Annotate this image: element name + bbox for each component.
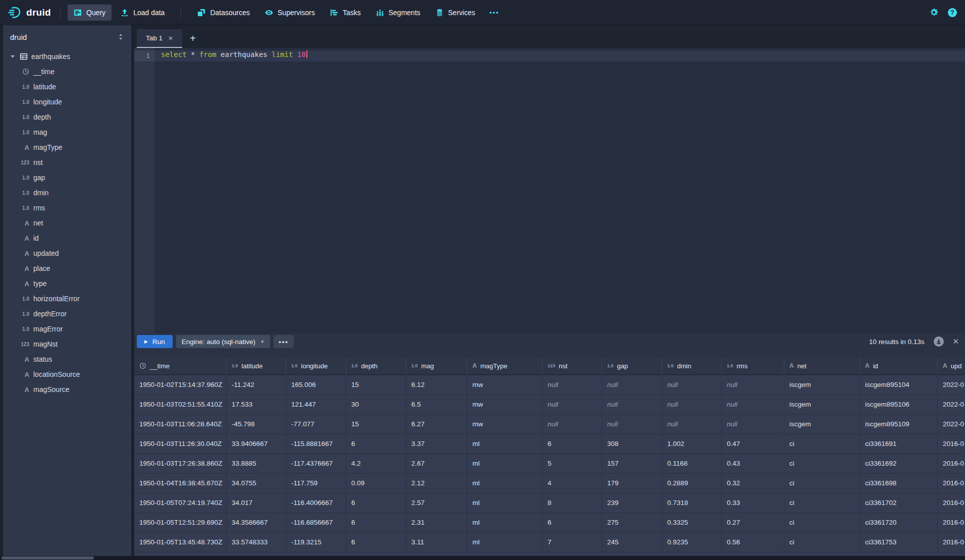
table-cell[interactable]: ml <box>467 513 543 532</box>
table-cell[interactable]: -77.077 <box>286 415 346 434</box>
table-cell[interactable]: ml <box>467 434 543 454</box>
table-cell[interactable]: iscgem895106 <box>860 395 938 414</box>
table-cell[interactable]: ci3361691 <box>860 434 938 454</box>
table-cell[interactable]: null <box>722 375 784 395</box>
table-cell[interactable]: 34.0755 <box>227 474 286 493</box>
tree-column-rms[interactable]: 1.0rms <box>3 200 131 215</box>
tree-column-magSource[interactable]: AmagSource <box>3 382 131 397</box>
table-cell[interactable]: 2016-0 <box>938 513 965 532</box>
tree-column-depth[interactable]: 1.0depth <box>3 109 131 125</box>
help-icon[interactable]: ? <box>948 8 957 17</box>
double-caret-vertical-icon[interactable] <box>117 33 124 40</box>
table-cell[interactable]: 2016-0 <box>938 474 965 493</box>
table-cell[interactable]: 4.2 <box>346 454 406 473</box>
nav-item-tasks[interactable]: Tasks <box>324 5 367 21</box>
tree-column-status[interactable]: Astatus <box>3 352 131 367</box>
nav-item-more[interactable]: ••• <box>484 5 504 21</box>
table-cell[interactable]: null <box>662 415 722 434</box>
table-cell[interactable]: ci3361698 <box>860 474 938 493</box>
table-cell[interactable]: 34.3586667 <box>227 513 286 532</box>
engine-select[interactable]: Engine: auto (sql-native) ▼ <box>176 335 270 348</box>
table-cell[interactable]: ci <box>784 513 860 532</box>
table-cell[interactable]: 308 <box>602 434 662 454</box>
table-cell[interactable]: null <box>602 375 662 395</box>
table-cell[interactable]: null <box>602 415 662 434</box>
nav-item-datasources[interactable]: Datasources <box>191 5 256 21</box>
tree-column-nst[interactable]: 123nst <box>3 155 131 170</box>
table-cell[interactable]: null <box>722 395 784 414</box>
column-header-latitude[interactable]: 1.0latitude <box>227 357 286 374</box>
table-cell[interactable]: 3.37 <box>406 434 467 454</box>
table-cell[interactable]: 2.67 <box>406 454 467 473</box>
tree-column-locationSource[interactable]: AlocationSource <box>3 367 131 382</box>
table-cell[interactable]: 8 <box>543 493 602 513</box>
tree-column-magNst[interactable]: 123magNst <box>3 337 131 352</box>
table-cell[interactable]: -117.759 <box>286 474 346 493</box>
tree-column-net[interactable]: Anet <box>3 215 131 231</box>
tree-column-__time[interactable]: __time <box>3 64 131 79</box>
column-header-longitude[interactable]: 1.0longitude <box>286 357 346 374</box>
add-tab-button[interactable]: + <box>182 29 203 48</box>
table-cell[interactable]: null <box>543 375 602 395</box>
table-cell[interactable]: 15 <box>346 415 406 434</box>
table-cell[interactable]: ci3361720 <box>860 513 938 532</box>
gear-icon[interactable] <box>929 8 939 17</box>
table-cell[interactable]: mw <box>467 415 543 434</box>
table-cell[interactable]: 2022-0 <box>938 395 965 414</box>
tree-column-magError[interactable]: 1.0magError <box>3 321 131 337</box>
tab-1[interactable]: Tab 1 ✕ <box>137 29 182 48</box>
brand[interactable]: druid <box>8 6 51 19</box>
table-cell[interactable]: 179 <box>602 474 662 493</box>
nav-item-query[interactable]: Query <box>68 5 112 21</box>
table-cell[interactable]: 30 <box>346 395 406 414</box>
table-cell[interactable]: 6 <box>543 434 602 454</box>
table-cell[interactable]: ml <box>467 533 543 552</box>
table-cell[interactable]: ci3361753 <box>860 533 938 552</box>
table-cell[interactable]: 1950-01-05T12:51:29.690Z <box>134 513 227 532</box>
nav-item-services[interactable]: Services <box>430 5 481 21</box>
column-header-net[interactable]: Anet <box>784 357 860 374</box>
more-options-button[interactable]: ••• <box>274 335 294 348</box>
table-cell[interactable]: 6 <box>346 434 406 454</box>
table-cell[interactable]: -119.3215 <box>286 533 346 552</box>
table-cell[interactable]: 1950-01-02T15:14:37.960Z <box>134 375 227 395</box>
table-cell[interactable]: 33.5748333 <box>227 533 286 552</box>
table-cell[interactable]: 1950-01-03T11:06:28.640Z <box>134 415 227 434</box>
close-icon[interactable]: ✕ <box>168 35 173 42</box>
column-header-nst[interactable]: 123nst <box>543 357 602 374</box>
tree-column-horizontalError[interactable]: 1.0horizontalError <box>3 291 131 306</box>
table-cell[interactable]: -116.6856667 <box>286 513 346 532</box>
table-cell[interactable]: 2.31 <box>406 513 467 532</box>
tree-column-mag[interactable]: 1.0mag <box>3 125 131 140</box>
table-cell[interactable]: iscgem <box>784 415 860 434</box>
table-cell[interactable]: -117.4376667 <box>286 454 346 473</box>
column-header-upd[interactable]: Aupd <box>938 357 965 374</box>
table-cell[interactable]: 5 <box>543 454 602 473</box>
table-cell[interactable]: 1.002 <box>662 434 722 454</box>
table-cell[interactable]: 0.32 <box>722 474 784 493</box>
table-cell[interactable]: 34.017 <box>227 493 286 513</box>
column-header-dmin[interactable]: 1.0dmin <box>662 357 722 374</box>
table-cell[interactable]: 2022-0 <box>938 375 965 395</box>
nav-item-load-data[interactable]: Load data <box>115 5 171 21</box>
run-button[interactable]: ▶ Run <box>137 335 173 348</box>
table-cell[interactable]: ml <box>467 493 543 513</box>
table-cell[interactable]: 165.006 <box>286 375 346 395</box>
table-cell[interactable]: 4 <box>543 474 602 493</box>
table-cell[interactable]: 1950-01-03T11:26:30.040Z <box>134 434 227 454</box>
table-cell[interactable]: -45.798 <box>227 415 286 434</box>
nav-item-segments[interactable]: Segments <box>370 5 426 21</box>
table-cell[interactable]: 0.56 <box>722 533 784 552</box>
nav-item-supervisors[interactable]: Supervisors <box>259 5 321 21</box>
table-cell[interactable]: 1950-01-05T07:24:19.740Z <box>134 493 227 513</box>
table-cell[interactable]: null <box>662 395 722 414</box>
tree-column-longitude[interactable]: 1.0longitude <box>3 94 131 109</box>
table-cell[interactable]: 6 <box>346 513 406 532</box>
table-cell[interactable]: ci3361692 <box>860 454 938 473</box>
table-cell[interactable]: 1950-01-04T16:38:45.670Z <box>134 474 227 493</box>
table-cell[interactable]: null <box>602 395 662 414</box>
table-cell[interactable]: null <box>722 415 784 434</box>
table-cell[interactable]: 2.57 <box>406 493 467 513</box>
column-header-magType[interactable]: AmagType <box>467 357 543 374</box>
tree-column-dmin[interactable]: 1.0dmin <box>3 185 131 200</box>
